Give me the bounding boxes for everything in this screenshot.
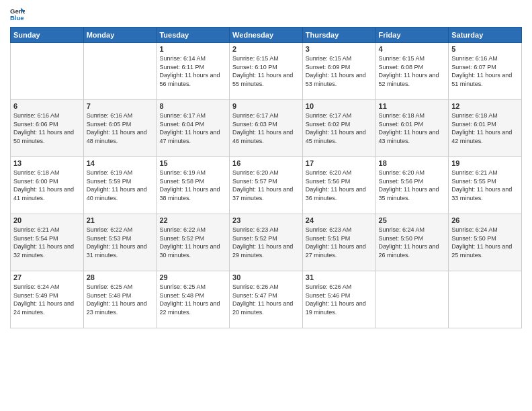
calendar-cell: 18Sunrise: 6:20 AMSunset: 5:56 PMDayligh… (375, 157, 449, 214)
calendar-cell: 29Sunrise: 6:25 AMSunset: 5:48 PMDayligh… (157, 271, 230, 328)
calendar-cell (449, 271, 522, 328)
day-header-sunday: Sunday (11, 28, 84, 43)
day-number: 28 (87, 273, 154, 281)
day-number: 15 (159, 159, 226, 167)
day-info: Sunrise: 6:18 AMSunset: 6:00 PMDaylight:… (13, 169, 81, 202)
header: General Blue (10, 7, 522, 21)
day-number: 2 (232, 45, 300, 53)
calendar-cell: 28Sunrise: 6:25 AMSunset: 5:48 PMDayligh… (83, 271, 157, 328)
day-info: Sunrise: 6:20 AMSunset: 5:56 PMDaylight:… (306, 169, 373, 202)
day-number: 16 (232, 159, 300, 167)
day-number: 10 (306, 102, 373, 110)
logo: General Blue (10, 7, 28, 21)
day-number: 3 (306, 45, 373, 53)
calendar-page: General Blue SundayMondayTuesdayWednesda… (0, 0, 532, 411)
day-info: Sunrise: 6:17 AMSunset: 6:04 PMDaylight:… (159, 111, 226, 145)
calendar-cell: 24Sunrise: 6:23 AMSunset: 5:51 PMDayligh… (302, 214, 375, 271)
day-info: Sunrise: 6:15 AMSunset: 6:10 PMDaylight:… (232, 54, 300, 88)
day-info: Sunrise: 6:16 AMSunset: 6:06 PMDaylight:… (13, 111, 81, 145)
day-info: Sunrise: 6:24 AMSunset: 5:49 PMDaylight:… (13, 283, 81, 316)
calendar-cell: 7Sunrise: 6:16 AMSunset: 6:05 PMDaylight… (83, 100, 157, 157)
calendar-cell: 31Sunrise: 6:26 AMSunset: 5:46 PMDayligh… (302, 271, 375, 328)
day-number: 9 (232, 102, 300, 110)
calendar-cell: 23Sunrise: 6:23 AMSunset: 5:52 PMDayligh… (230, 214, 303, 271)
day-info: Sunrise: 6:19 AMSunset: 5:59 PMDaylight:… (87, 169, 154, 202)
calendar-cell: 25Sunrise: 6:24 AMSunset: 5:50 PMDayligh… (375, 214, 449, 271)
week-row-3: 13Sunrise: 6:18 AMSunset: 6:00 PMDayligh… (11, 157, 522, 214)
week-row-2: 6Sunrise: 6:16 AMSunset: 6:06 PMDaylight… (11, 100, 522, 157)
day-number: 17 (306, 159, 373, 167)
week-row-4: 20Sunrise: 6:21 AMSunset: 5:54 PMDayligh… (11, 214, 522, 271)
calendar-cell: 10Sunrise: 6:17 AMSunset: 6:02 PMDayligh… (302, 100, 375, 157)
calendar-cell: 3Sunrise: 6:15 AMSunset: 6:09 PMDaylight… (302, 43, 375, 100)
calendar-cell: 5Sunrise: 6:16 AMSunset: 6:07 PMDaylight… (449, 43, 522, 100)
day-number: 8 (159, 102, 226, 110)
calendar-cell: 16Sunrise: 6:20 AMSunset: 5:57 PMDayligh… (230, 157, 303, 214)
calendar-cell: 30Sunrise: 6:26 AMSunset: 5:47 PMDayligh… (230, 271, 303, 328)
day-header-monday: Monday (83, 28, 157, 43)
day-info: Sunrise: 6:22 AMSunset: 5:52 PMDaylight:… (159, 226, 226, 259)
day-number: 25 (379, 216, 446, 224)
day-info: Sunrise: 6:25 AMSunset: 5:48 PMDaylight:… (87, 283, 154, 316)
day-number: 13 (13, 159, 81, 167)
day-number: 20 (13, 216, 81, 224)
calendar-cell (83, 43, 157, 100)
day-info: Sunrise: 6:20 AMSunset: 5:57 PMDaylight:… (232, 169, 300, 202)
day-info: Sunrise: 6:23 AMSunset: 5:51 PMDaylight:… (306, 226, 373, 259)
day-header-wednesday: Wednesday (230, 28, 303, 43)
calendar-cell: 13Sunrise: 6:18 AMSunset: 6:00 PMDayligh… (11, 157, 84, 214)
day-info: Sunrise: 6:26 AMSunset: 5:46 PMDaylight:… (306, 283, 373, 316)
day-number: 19 (451, 159, 519, 167)
day-info: Sunrise: 6:23 AMSunset: 5:52 PMDaylight:… (232, 226, 300, 259)
calendar-cell: 14Sunrise: 6:19 AMSunset: 5:59 PMDayligh… (83, 157, 157, 214)
day-header-tuesday: Tuesday (157, 28, 230, 43)
day-info: Sunrise: 6:22 AMSunset: 5:53 PMDaylight:… (87, 226, 154, 259)
day-number: 21 (87, 216, 154, 224)
day-header-saturday: Saturday (449, 28, 522, 43)
calendar-cell (11, 43, 84, 100)
calendar-cell: 20Sunrise: 6:21 AMSunset: 5:54 PMDayligh… (11, 214, 84, 271)
calendar-cell: 15Sunrise: 6:19 AMSunset: 5:58 PMDayligh… (157, 157, 230, 214)
day-info: Sunrise: 6:21 AMSunset: 5:54 PMDaylight:… (13, 226, 81, 259)
day-number: 12 (451, 102, 519, 110)
day-number: 26 (451, 216, 519, 224)
calendar-cell: 22Sunrise: 6:22 AMSunset: 5:52 PMDayligh… (157, 214, 230, 271)
week-row-5: 27Sunrise: 6:24 AMSunset: 5:49 PMDayligh… (11, 271, 522, 328)
day-number: 6 (13, 102, 81, 110)
day-number: 11 (379, 102, 446, 110)
day-info: Sunrise: 6:20 AMSunset: 5:56 PMDaylight:… (379, 169, 446, 202)
day-info: Sunrise: 6:18 AMSunset: 6:01 PMDaylight:… (379, 111, 446, 145)
calendar-cell: 2Sunrise: 6:15 AMSunset: 6:10 PMDaylight… (230, 43, 303, 100)
calendar-cell: 1Sunrise: 6:14 AMSunset: 6:11 PMDaylight… (157, 43, 230, 100)
header-row: SundayMondayTuesdayWednesdayThursdayFrid… (11, 28, 522, 43)
day-info: Sunrise: 6:19 AMSunset: 5:58 PMDaylight:… (159, 169, 226, 202)
day-info: Sunrise: 6:16 AMSunset: 6:07 PMDaylight:… (451, 54, 519, 88)
day-number: 5 (451, 45, 519, 53)
day-number: 14 (87, 159, 154, 167)
day-info: Sunrise: 6:18 AMSunset: 6:01 PMDaylight:… (451, 111, 519, 145)
day-header-friday: Friday (375, 28, 449, 43)
calendar-cell: 6Sunrise: 6:16 AMSunset: 6:06 PMDaylight… (11, 100, 84, 157)
day-number: 29 (159, 273, 226, 281)
day-info: Sunrise: 6:17 AMSunset: 6:03 PMDaylight:… (232, 111, 300, 145)
day-info: Sunrise: 6:26 AMSunset: 5:47 PMDaylight:… (232, 283, 300, 316)
day-number: 7 (87, 102, 154, 110)
calendar-cell: 9Sunrise: 6:17 AMSunset: 6:03 PMDaylight… (230, 100, 303, 157)
day-number: 27 (13, 273, 81, 281)
day-info: Sunrise: 6:15 AMSunset: 6:08 PMDaylight:… (379, 54, 446, 88)
calendar-cell: 19Sunrise: 6:21 AMSunset: 5:55 PMDayligh… (449, 157, 522, 214)
day-number: 18 (379, 159, 446, 167)
calendar-cell (375, 271, 449, 328)
calendar-cell: 17Sunrise: 6:20 AMSunset: 5:56 PMDayligh… (302, 157, 375, 214)
logo-icon: General Blue (10, 7, 25, 21)
day-number: 22 (159, 216, 226, 224)
calendar-cell: 4Sunrise: 6:15 AMSunset: 6:08 PMDaylight… (375, 43, 449, 100)
day-number: 31 (306, 273, 373, 281)
day-info: Sunrise: 6:14 AMSunset: 6:11 PMDaylight:… (159, 54, 226, 88)
day-info: Sunrise: 6:16 AMSunset: 6:05 PMDaylight:… (87, 111, 154, 145)
day-number: 23 (232, 216, 300, 224)
calendar-cell: 21Sunrise: 6:22 AMSunset: 5:53 PMDayligh… (83, 214, 157, 271)
day-number: 4 (379, 45, 446, 53)
day-info: Sunrise: 6:25 AMSunset: 5:48 PMDaylight:… (159, 283, 226, 316)
day-info: Sunrise: 6:24 AMSunset: 5:50 PMDaylight:… (379, 226, 446, 259)
